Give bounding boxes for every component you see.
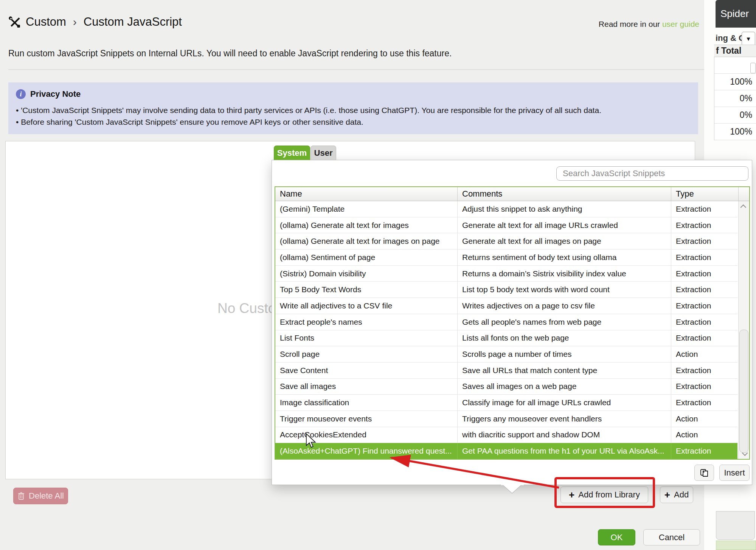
snippet-row[interactable]: Image classification Classify image for …	[275, 395, 737, 411]
row-type-cell[interactable]: Extraction	[671, 379, 737, 395]
column-header-type[interactable]: Type	[671, 187, 739, 201]
insert-button[interactable]: Insert	[719, 465, 750, 481]
row-type-cell[interactable]: Extraction	[671, 282, 737, 297]
scroll-up-button[interactable]	[739, 201, 749, 212]
row-type-cell[interactable]: Extraction	[671, 363, 737, 378]
add-button[interactable]: + Add	[660, 486, 693, 503]
side-mini-control[interactable]	[750, 63, 756, 73]
row-type-cell[interactable]: Action	[671, 411, 737, 427]
row-comment-cell[interactable]: Classify image for all image URLs crawle…	[458, 395, 671, 411]
snippet-table-header: Name Comments Type	[275, 187, 749, 201]
row-comment-cell[interactable]: List top 5 body text words with word cou…	[458, 282, 671, 297]
row-comment-cell[interactable]: Writes adjectives on a page to csv file	[458, 298, 671, 314]
row-name-cell[interactable]: Image classification	[275, 395, 458, 411]
duplicate-snippet-button[interactable]	[694, 465, 714, 481]
row-type-cell[interactable]: Extraction	[671, 201, 737, 217]
side-value-cell: 0%	[714, 107, 756, 124]
row-name-cell[interactable]: (Gemini) Template	[275, 201, 458, 217]
row-comment-cell[interactable]: Returns sentiment of body text using oll…	[458, 249, 671, 265]
delete-all-button[interactable]: Delete All	[13, 488, 68, 504]
row-type-cell[interactable]: Action	[671, 427, 737, 443]
row-name-cell[interactable]: Trigger mouseover events	[275, 411, 458, 427]
column-header-name[interactable]: Name	[275, 187, 458, 201]
chevron-up-icon	[740, 204, 746, 210]
row-comment-cell[interactable]: Generate alt text for all images on page	[458, 233, 671, 249]
tab-spider[interactable]: Spider	[716, 0, 756, 28]
header-divider	[8, 69, 704, 70]
row-type-cell[interactable]: Action	[671, 346, 737, 362]
row-comment-cell[interactable]: Save all URLs that match content type	[458, 363, 671, 378]
column-header-comments[interactable]: Comments	[458, 187, 671, 201]
snippet-row[interactable]: Save all images Saves all images on a we…	[275, 379, 737, 395]
side-value-cell: 0%	[714, 90, 756, 107]
snippet-row[interactable]: (Gemini) Template Adjust this snippet to…	[275, 201, 737, 217]
read-more-text: Read more in our user guide	[599, 20, 699, 29]
row-name-cell[interactable]: Top 5 Body Text Words	[275, 282, 458, 297]
row-name-cell[interactable]: Save all images	[275, 379, 458, 395]
row-comment-cell[interactable]: Saves all images on a web page	[458, 379, 671, 395]
row-type-cell[interactable]: Extraction	[671, 395, 737, 411]
row-comment-cell[interactable]: Triggers any mouseover event handlers	[458, 411, 671, 427]
copy-icon	[700, 468, 709, 477]
row-type-cell[interactable]: Extraction	[671, 443, 737, 459]
snippet-row[interactable]: Extract people's names Gets all people's…	[275, 314, 737, 330]
row-type-cell[interactable]: Extraction	[671, 330, 737, 346]
row-type-cell[interactable]: Extraction	[671, 298, 737, 314]
row-type-cell[interactable]: Extraction	[671, 249, 737, 265]
row-name-cell[interactable]: Scroll page	[275, 346, 458, 362]
row-name-cell[interactable]: AcceptCookiesExtended	[275, 427, 458, 443]
privacy-bullet: • Before sharing 'Custom JavaScript Snip…	[16, 116, 691, 128]
row-type-cell[interactable]: Extraction	[671, 217, 737, 233]
scrollbar-thumb[interactable]	[739, 330, 748, 453]
snippet-row[interactable]: Scroll page Scrolls page a number of tim…	[275, 346, 737, 363]
row-comment-cell[interactable]: with diacritic support and shadow DOM	[458, 427, 671, 443]
custom-javascript-config-window: Custom › Custom JavaScript Read more in …	[0, 0, 756, 550]
snippet-row[interactable]: (ollama) Sentiment of page Returns senti…	[275, 249, 737, 266]
tab-user[interactable]: User	[310, 146, 336, 160]
row-name-cell[interactable]: List Fonts	[275, 330, 458, 346]
breadcrumb-root[interactable]: Custom	[26, 15, 66, 29]
snippet-row[interactable]: (AlsoAsked+ChatGPT) Find unanswered ques…	[275, 443, 737, 459]
snippet-row[interactable]: (ollama) Generate alt text for images on…	[275, 233, 737, 249]
info-icon: i	[16, 89, 26, 99]
snippet-row[interactable]: Write all adjectives to a CSV file Write…	[275, 298, 737, 314]
row-name-cell[interactable]: Extract people's names	[275, 314, 458, 330]
search-input[interactable]	[556, 166, 748, 181]
row-name-cell[interactable]: (ollama) Generate alt text for images on…	[275, 233, 458, 249]
snippet-row[interactable]: List Fonts Lists all fonts on the web pa…	[275, 330, 737, 347]
row-name-cell[interactable]: (Sistrix) Domain visibility	[275, 266, 458, 282]
row-comment-cell[interactable]: Adjust this snippet to ask anything	[458, 201, 671, 217]
snippet-row[interactable]: (Sistrix) Domain visibility Returns a do…	[275, 266, 737, 282]
row-name-cell[interactable]: Save Content	[275, 363, 458, 378]
side-scrollbar-fragment[interactable]	[716, 511, 755, 540]
user-guide-link[interactable]: user guide	[662, 20, 699, 28]
row-comment-cell[interactable]: Get PAA questions from the h1 of your UR…	[458, 443, 671, 459]
row-comment-cell[interactable]: Lists all fonts on the web page	[458, 330, 671, 346]
snippet-row[interactable]: AcceptCookiesExtended with diacritic sup…	[275, 427, 737, 443]
row-name-cell[interactable]: (AlsoAsked+ChatGPT) Find unanswered ques…	[275, 443, 458, 459]
row-name-cell[interactable]: (ollama) Generate alt text for images	[275, 217, 458, 233]
snippet-row[interactable]: (ollama) Generate alt text for images Ge…	[275, 217, 737, 234]
row-comment-cell[interactable]: Scrolls page a number of times	[458, 346, 671, 362]
trash-icon	[17, 492, 25, 500]
row-comment-cell[interactable]: Returns a domain’s Sistrix visibility in…	[458, 266, 671, 282]
side-values-list: 100%0%0%100%	[714, 57, 756, 140]
row-type-cell[interactable]: Extraction	[671, 314, 737, 330]
cancel-button[interactable]: Cancel	[643, 529, 700, 545]
row-name-cell[interactable]: Write all adjectives to a CSV file	[275, 298, 458, 314]
row-comment-cell[interactable]: Generate alt text for all image URLs cra…	[458, 217, 671, 233]
side-column-header: f Total	[714, 45, 756, 57]
snippet-row[interactable]: Top 5 Body Text Words List top 5 body te…	[275, 282, 737, 298]
row-name-cell[interactable]: (ollama) Sentiment of page	[275, 249, 458, 265]
side-value-cell	[714, 57, 756, 74]
filter-dropdown-button[interactable]: ▼	[742, 32, 755, 46]
snippet-row[interactable]: Save Content Save all URLs that match co…	[275, 363, 737, 379]
scroll-down-button[interactable]	[739, 448, 749, 459]
row-type-cell[interactable]: Extraction	[671, 266, 737, 282]
table-scrollbar[interactable]	[738, 201, 749, 459]
row-comment-cell[interactable]: Gets all people's names from web page	[458, 314, 671, 330]
tab-system[interactable]: System	[274, 146, 310, 160]
snippet-row[interactable]: Trigger mouseover events Triggers any mo…	[275, 411, 737, 427]
ok-button[interactable]: OK	[598, 529, 635, 545]
row-type-cell[interactable]: Extraction	[671, 233, 737, 249]
